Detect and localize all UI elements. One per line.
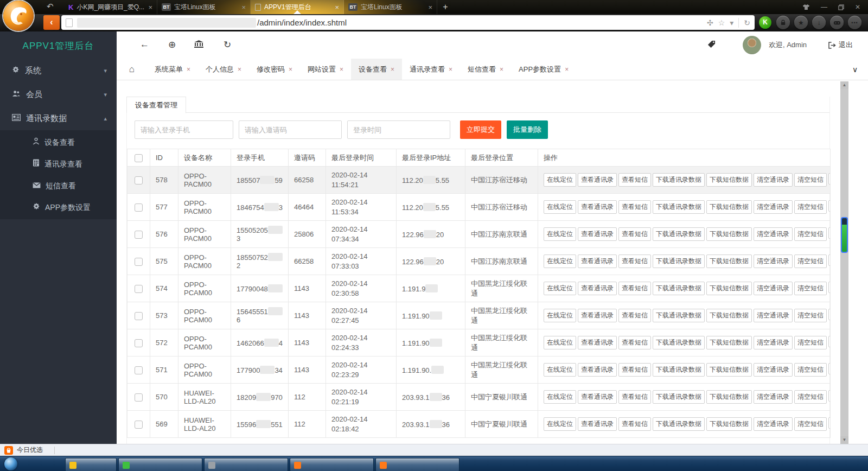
action-button[interactable]: 查看通讯录 [578, 227, 617, 241]
action-button[interactable]: 清空短信 [794, 254, 827, 268]
select-all-checkbox[interactable] [135, 154, 143, 162]
scroll-up-icon[interactable]: ▲ [840, 81, 848, 89]
delete-row-button[interactable] [828, 363, 831, 374]
home-tab-icon[interactable]: ⌂ [117, 59, 147, 80]
sidebar-subitem[interactable]: 设备查看 [0, 131, 117, 153]
login-time-input[interactable] [347, 120, 450, 139]
taskbar-button[interactable] [204, 458, 288, 471]
tab-close-icon[interactable]: × [428, 3, 432, 11]
action-button[interactable]: 在线定位 [544, 282, 576, 295]
minimize-icon[interactable]: — [821, 3, 827, 11]
lock-icon[interactable] [776, 16, 790, 29]
action-button[interactable]: 查看短信 [618, 390, 651, 404]
action-button[interactable]: 查看通讯录 [578, 336, 617, 349]
action-button[interactable]: 查看短信 [618, 282, 651, 295]
download-icon[interactable]: ↓ [812, 16, 826, 29]
url-field[interactable]: /admin/index/index.shtml ✣ ☆ ▾ ↻ [61, 15, 755, 30]
action-button[interactable]: 查看短信 [618, 363, 651, 377]
action-button[interactable]: 查看短信 [618, 227, 651, 241]
action-button[interactable]: 下载通讯录数据 [653, 363, 705, 377]
action-button[interactable]: 清空短信 [794, 200, 827, 214]
tag-icon[interactable] [707, 40, 716, 50]
action-button[interactable]: 查看通讯录 [578, 200, 617, 214]
action-button[interactable]: 下载短信数据 [706, 390, 752, 404]
action-button[interactable]: 下载通讯录数据 [653, 282, 705, 295]
action-button[interactable]: 下载短信数据 [706, 173, 752, 187]
action-button[interactable]: 在线定位 [544, 173, 576, 187]
action-button[interactable]: 下载短信数据 [706, 200, 752, 214]
action-button[interactable]: 下载短信数据 [706, 363, 752, 377]
page-tab[interactable]: 设备查看× [351, 59, 402, 80]
page-tab[interactable]: 通讯录查看× [402, 59, 460, 80]
new-tab-button[interactable]: + [437, 0, 454, 14]
action-button[interactable]: 清空短信 [794, 336, 827, 349]
delete-row-button[interactable] [828, 417, 831, 429]
page-tab-close-icon[interactable]: × [289, 66, 292, 73]
browser-history-back-icon[interactable]: ↶ [47, 2, 54, 11]
page-tab[interactable]: APP参数设置× [511, 59, 576, 80]
bookmark-caret-icon[interactable]: ▾ [730, 18, 733, 27]
page-tab[interactable]: 短信查看× [460, 59, 511, 80]
action-button[interactable]: 下载短信数据 [706, 227, 752, 241]
page-tab[interactable]: 修改密码× [249, 59, 300, 80]
action-button[interactable]: 查看通讯录 [578, 282, 617, 295]
refresh-icon[interactable]: ↻ [224, 39, 231, 50]
delete-row-button[interactable] [828, 309, 831, 320]
action-button[interactable]: 查看短信 [618, 309, 651, 322]
page-tab-close-icon[interactable]: × [238, 66, 241, 73]
browser-tab[interactable]: APPV1管理后台× [251, 0, 344, 14]
action-button[interactable]: 清空短信 [794, 417, 827, 431]
page-tab-close-icon[interactable]: × [449, 66, 452, 73]
action-button[interactable]: 下载短信数据 [706, 282, 752, 295]
action-button[interactable]: 查看短信 [618, 417, 651, 431]
browser-tab[interactable]: K小K网_网赚项目_爱Q...× [64, 0, 157, 14]
action-button[interactable]: 查看通讯录 [578, 417, 617, 431]
browser-tab[interactable]: BT宝塔Linux面板× [157, 0, 251, 14]
bank-icon[interactable] [194, 40, 203, 51]
action-button[interactable]: 清空短信 [794, 227, 827, 241]
action-button[interactable]: 下载通讯录数据 [653, 309, 705, 322]
row-checkbox[interactable] [135, 421, 143, 429]
page-tab[interactable]: 网站设置× [300, 59, 351, 80]
action-button[interactable]: 查看通讯录 [578, 363, 617, 377]
favorites-icon[interactable]: ★ [794, 16, 808, 29]
action-button[interactable]: 查看通讯录 [578, 309, 617, 322]
action-button[interactable]: 在线定位 [544, 200, 576, 214]
sidebar-item[interactable]: 系统▾ [0, 59, 117, 82]
submit-button[interactable]: 立即提交 [460, 120, 501, 139]
scroll-down-icon[interactable]: ▼ [840, 436, 848, 444]
close-icon[interactable]: ✕ [855, 3, 860, 11]
action-button[interactable]: 下载通讯录数据 [653, 390, 705, 404]
page-tab-close-icon[interactable]: × [500, 66, 503, 73]
taskbar-button[interactable] [118, 458, 202, 471]
taskbar-button[interactable] [290, 458, 374, 471]
delete-row-button[interactable] [828, 390, 831, 402]
skin-icon[interactable] [802, 4, 810, 10]
page-tab[interactable]: 系统菜单× [147, 59, 198, 80]
row-checkbox[interactable] [135, 393, 143, 402]
action-button[interactable]: 查看短信 [618, 336, 651, 349]
row-checkbox[interactable] [135, 231, 143, 239]
scrollbar[interactable]: ▲ ▼ [840, 81, 848, 444]
back-icon[interactable]: ← [140, 39, 149, 50]
page-tab-close-icon[interactable]: × [340, 66, 343, 73]
page-tab-close-icon[interactable]: × [391, 66, 394, 73]
card-title-tab[interactable]: 设备查看管理 [126, 97, 186, 113]
action-button[interactable]: 下载短信数据 [706, 254, 752, 268]
action-button[interactable]: 在线定位 [544, 390, 576, 404]
action-button[interactable]: 清空通讯录 [754, 282, 793, 295]
action-button[interactable]: 下载通讯录数据 [653, 336, 705, 349]
action-button[interactable]: 清空通讯录 [754, 417, 793, 431]
action-button[interactable]: 清空短信 [794, 309, 827, 322]
delete-row-button[interactable] [828, 173, 831, 184]
start-button[interactable] [4, 457, 17, 470]
action-button[interactable]: 下载通讯录数据 [653, 254, 705, 268]
batch-delete-button[interactable]: 批量删除 [507, 120, 548, 139]
action-button[interactable]: 在线定位 [544, 417, 576, 431]
row-checkbox[interactable] [135, 366, 143, 374]
browser-logo[interactable] [3, 1, 34, 31]
nav-back-button[interactable]: ‹ [43, 15, 60, 30]
delete-row-button[interactable] [828, 200, 831, 212]
action-button[interactable]: 在线定位 [544, 363, 576, 377]
row-checkbox[interactable] [135, 203, 143, 212]
